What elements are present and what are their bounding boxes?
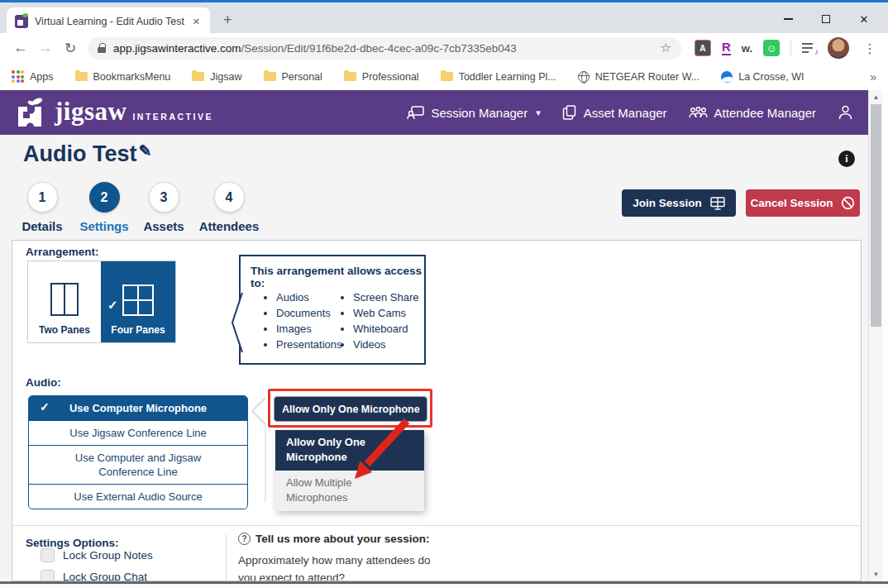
lock-group-notes-checkbox[interactable] xyxy=(41,548,55,562)
question-icon: ? xyxy=(238,533,251,545)
browser-tab[interactable]: Virtual Learning - Edit Audio Test ✕ xyxy=(7,7,210,36)
globe-icon xyxy=(578,71,590,83)
new-tab-button[interactable]: + xyxy=(217,11,239,29)
join-session-button[interactable]: Join Session xyxy=(622,189,736,217)
folder-icon xyxy=(344,72,356,81)
mic-mode-select[interactable]: Allow Only One Microphone ▼ xyxy=(274,396,427,422)
maximize-button[interactable] xyxy=(807,5,845,33)
dropdown-panel-notch xyxy=(251,396,267,505)
column-divider xyxy=(226,534,227,581)
folder-icon xyxy=(75,72,88,81)
wordtune-extension-icon[interactable]: w. xyxy=(742,42,752,55)
browser-menu-icon[interactable]: ⋮ xyxy=(860,41,880,56)
step-details[interactable]: 1 Details xyxy=(17,182,67,233)
session-manager-icon xyxy=(407,106,424,120)
step-assets[interactable]: 3 Assets xyxy=(136,182,191,233)
audio-option-conference-line[interactable]: Use Jigsaw Conference Line xyxy=(29,421,247,446)
bookmarks-overflow-icon[interactable]: » xyxy=(870,70,876,84)
puzzle-piece-icon xyxy=(15,97,50,128)
logo-word: jigsaw xyxy=(55,97,127,127)
bookmark-folder-toddler-learning[interactable]: Toddler Learning Pl... xyxy=(441,71,556,83)
two-panes-option[interactable]: Two Panes xyxy=(28,261,101,342)
caret-down-icon: ▼ xyxy=(420,404,427,414)
scroll-down-icon[interactable]: ▼ xyxy=(869,567,883,581)
cancel-icon xyxy=(841,196,855,210)
session-edit-page: Audio Test✎ i 1 Details 2 Settings 3 Ass… xyxy=(0,135,868,581)
lock-icon xyxy=(98,43,106,53)
join-session-icon xyxy=(710,197,725,210)
info-box-pointer xyxy=(230,291,244,354)
address-bar[interactable]: app.jigsawinteractive.com/Session/Edit/9… xyxy=(88,37,681,60)
audio-option-external-source[interactable]: Use External Audio Source xyxy=(29,485,247,509)
settings-options-label: Settings Options: xyxy=(26,537,119,549)
arrangement-selector: Two Panes ✓ Four Panes xyxy=(28,261,175,342)
tab-close-icon[interactable]: ✕ xyxy=(189,15,203,29)
forward-icon[interactable]: → xyxy=(33,40,58,56)
page-scrollbar[interactable]: ▲ ▼ xyxy=(868,90,882,581)
step-attendees[interactable]: 4 Attendees xyxy=(196,182,262,233)
access-list-right: Screen Share Web Cams Whiteboard Videos xyxy=(341,289,419,352)
page-viewport: jigsaw INTERACTIVE Session Manager ▾ xyxy=(0,90,868,581)
edit-pencil-icon[interactable]: ✎ xyxy=(139,142,152,160)
extensions-row: A R w. ☺ ♪ ⋮ xyxy=(695,37,880,59)
browser-window: Virtual Learning - Edit Audio Test ✕ + ✕… xyxy=(0,0,888,588)
menu-item-allow-multiple-mics[interactable]: Allow Multiple Microphones xyxy=(275,471,424,511)
toolbar-divider xyxy=(790,40,791,56)
four-panes-option[interactable]: ✓ Four Panes xyxy=(101,261,175,342)
lock-group-chat-row: Lock Group Chat xyxy=(41,570,147,581)
bitmoji-extension-icon[interactable]: ☺ xyxy=(763,40,780,56)
scrollbar-thumb[interactable] xyxy=(871,104,881,327)
nav-asset-manager[interactable]: Asset Manager xyxy=(562,105,667,120)
rakuten-extension-icon[interactable]: R xyxy=(722,41,731,55)
scroll-up-icon[interactable]: ▲ xyxy=(869,90,883,104)
audio-option-computer-and-conference[interactable]: Use Computer and Jigsaw Conference Line xyxy=(29,446,247,485)
step-settings[interactable]: 2 Settings xyxy=(75,182,133,233)
info-icon[interactable]: i xyxy=(838,151,855,167)
cancel-session-button[interactable]: Cancel Session xyxy=(746,189,860,217)
attendee-manager-icon xyxy=(689,106,708,119)
arrangement-label: Arrangement: xyxy=(26,246,99,258)
close-button[interactable]: ✕ xyxy=(845,5,883,33)
lock-group-chat-checkbox[interactable] xyxy=(41,570,55,581)
tell-us-heading: ? Tell us more about your session: xyxy=(238,533,453,545)
audio-option-computer-mic[interactable]: ✓ Use Computer Microphone xyxy=(29,396,247,421)
nav-attendee-manager[interactable]: Attendee Manager xyxy=(689,106,816,120)
playlist-extension-icon[interactable]: ♪ xyxy=(802,41,817,55)
window-bottom-edge xyxy=(0,581,888,588)
page-title: Audio Test✎ xyxy=(23,141,151,167)
jigsaw-favicon-icon xyxy=(15,15,28,28)
bookmark-folder-personal[interactable]: Personal xyxy=(264,71,322,83)
mic-mode-menu: Allow Only One Microphone Allow Multiple… xyxy=(275,430,424,511)
bookmark-folder-bookmarksmenu[interactable]: BookmarksMenu xyxy=(75,71,171,83)
apps-label: Apps xyxy=(30,71,54,83)
bookmark-star-icon[interactable]: ☆ xyxy=(660,41,671,55)
bookmark-lacrosse[interactable]: La Crosse, WI xyxy=(721,71,804,83)
menu-item-allow-one-mic[interactable]: Allow Only One Microphone xyxy=(275,430,424,471)
nav-session-manager[interactable]: Session Manager ▾ xyxy=(407,106,540,120)
back-icon[interactable]: ← xyxy=(8,40,33,56)
acrobat-extension-icon[interactable]: A xyxy=(695,40,711,56)
profile-avatar[interactable] xyxy=(828,37,849,59)
minimize-button[interactable] xyxy=(769,5,807,33)
access-lists: Audios Documents Images Presentations Sc… xyxy=(264,289,419,352)
four-panes-icon xyxy=(122,284,154,316)
jigsaw-logo[interactable]: jigsaw INTERACTIVE xyxy=(15,97,213,128)
apps-grid-icon xyxy=(12,70,24,83)
bookmark-folder-jigsaw[interactable]: Jigsaw xyxy=(192,71,241,83)
check-icon: ✓ xyxy=(40,400,50,414)
folder-icon xyxy=(441,72,453,81)
logo-subtitle: INTERACTIVE xyxy=(132,112,213,122)
url-domain: app.jigsawinteractive.com xyxy=(113,42,241,55)
settings-card: Arrangement: Two Panes ✓ Four Panes xyxy=(12,240,862,581)
url-path: /Session/Edit/91f6be2d-dbec-4cec-a09c-7c… xyxy=(241,42,517,55)
account-menu[interactable] xyxy=(838,105,853,120)
window-controls: ✕ xyxy=(769,5,883,33)
apps-shortcut[interactable]: Apps xyxy=(12,70,54,83)
app-nav: Session Manager ▾ Asset Manager Attend xyxy=(407,105,853,120)
bookmark-netgear[interactable]: NETGEAR Router W... xyxy=(578,71,699,83)
audio-source-list: ✓ Use Computer Microphone Use Jigsaw Con… xyxy=(28,395,248,509)
reload-icon[interactable]: ↻ xyxy=(58,40,83,57)
bookmark-folder-professional[interactable]: Professional xyxy=(344,71,419,83)
bookmarks-bar: Apps BookmarksMenu Jigsaw Personal Profe… xyxy=(0,63,888,90)
arrangement-info-box: This arrangement allows access to: Audio… xyxy=(239,255,426,365)
